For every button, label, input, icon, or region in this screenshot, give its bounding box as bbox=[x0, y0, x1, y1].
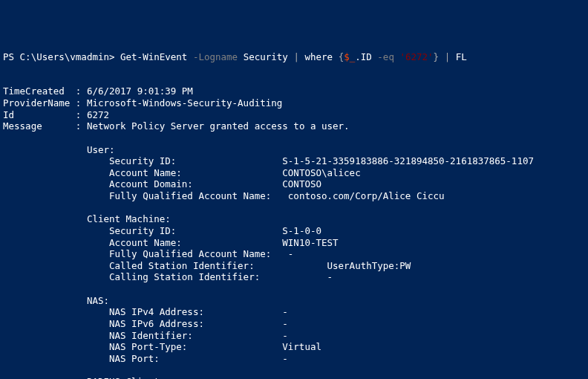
client-fqan-label: Fully Qualified Account Name: bbox=[109, 248, 271, 259]
nas-port-label: NAS Port: bbox=[109, 353, 160, 364]
nas-porttype-label: NAS Port-Type: bbox=[109, 341, 187, 352]
nas-id-label: NAS Identifier: bbox=[109, 330, 193, 341]
nas-port-value: - bbox=[282, 353, 288, 364]
user-acct-label: Account Name: bbox=[109, 167, 182, 178]
client-calling-value: - bbox=[327, 271, 333, 282]
label-id: Id : bbox=[3, 109, 87, 120]
nas-ipv4-row: NAS IPv4 Address: - bbox=[109, 306, 288, 317]
user-fqan-value: contoso.com/Corp/Alice Ciccu bbox=[288, 190, 445, 201]
user-fqan-label: Fully Qualified Account Name: bbox=[109, 190, 271, 201]
cmdlet-where: where bbox=[304, 51, 333, 62]
value-providername: Microsoft-Windows-Security-Auditing bbox=[87, 97, 282, 108]
section-radius-header: RADIUS Client: bbox=[87, 376, 165, 379]
header-row-providername: ProviderName : Microsoft-Windows-Securit… bbox=[3, 97, 282, 108]
client-acct-label: Account Name: bbox=[109, 237, 182, 248]
value-message: Network Policy Server granted access to … bbox=[87, 120, 350, 132]
header-row-timecreated: TimeCreated : 6/6/2017 9:01:39 PM bbox=[3, 85, 193, 97]
header-row-id: Id : 6272 bbox=[3, 109, 109, 120]
arg-security: Security bbox=[244, 51, 288, 62]
cmdlet-fl: FL bbox=[456, 51, 467, 62]
user-sid-row: Security ID: S-1-5-21-3359183886-3218948… bbox=[109, 155, 534, 166]
nas-id-value: - bbox=[282, 330, 288, 341]
section-user-header: User: bbox=[87, 144, 115, 155]
special-var: $_ bbox=[344, 51, 355, 62]
nas-port-row: NAS Port: - bbox=[109, 353, 288, 364]
pipe-2: | bbox=[445, 51, 451, 62]
user-acct-value: CONTOSO\alicec bbox=[282, 167, 360, 178]
user-sid-label: Security ID: bbox=[109, 155, 176, 166]
value-timecreated: 6/6/2017 9:01:39 PM bbox=[87, 85, 193, 97]
client-called-value: UserAuthType:PW bbox=[327, 260, 411, 271]
value-id: 6272 bbox=[87, 109, 109, 120]
section-client-header: Client Machine: bbox=[87, 213, 171, 224]
nas-ipv4-label: NAS IPv4 Address: bbox=[109, 306, 204, 317]
client-sid-row: Security ID: S-1-0-0 bbox=[109, 225, 321, 236]
client-sid-label: Security ID: bbox=[109, 225, 176, 236]
client-called-label: Called Station Identifier: bbox=[109, 260, 255, 271]
nas-id-row: NAS Identifier: - bbox=[109, 330, 288, 341]
param-logname: -Logname bbox=[193, 51, 238, 62]
prompt-prefix: PS C:\Users\vmadmin> bbox=[3, 51, 120, 62]
client-acct-value: WIN10-TEST bbox=[282, 237, 338, 248]
prop-id: .ID bbox=[355, 51, 377, 62]
cmdlet: Get-WinEvent bbox=[120, 51, 187, 62]
nas-porttype-value: Virtual bbox=[282, 341, 321, 352]
rbrace: } bbox=[434, 51, 440, 62]
user-domain-row: Account Domain: CONTOSO bbox=[109, 178, 321, 190]
section-nas-header: NAS: bbox=[87, 295, 109, 306]
header-row-message: Message : Network Policy Server granted … bbox=[3, 120, 350, 132]
client-acct-row: Account Name: WIN10-TEST bbox=[109, 237, 339, 248]
user-fqan-row: Fully Qualified Account Name: contoso.co… bbox=[109, 190, 445, 201]
label-providername: ProviderName : bbox=[3, 97, 87, 108]
nas-ipv4-value: - bbox=[282, 306, 288, 317]
label-timecreated: TimeCreated : bbox=[3, 85, 87, 97]
client-sid-value: S-1-0-0 bbox=[282, 225, 321, 236]
nas-porttype-row: NAS Port-Type: Virtual bbox=[109, 341, 321, 352]
label-message: Message : bbox=[3, 120, 87, 132]
user-sid-value: S-1-5-21-3359183886-321894850-2161837865… bbox=[282, 155, 534, 166]
nas-ipv6-value: - bbox=[282, 318, 288, 329]
event-id-literal: '6272' bbox=[394, 51, 434, 62]
user-domain-value: CONTOSO bbox=[282, 178, 321, 190]
ps-prompt[interactable]: PS C:\Users\vmadmin> Get-WinEvent -Logna… bbox=[3, 51, 467, 62]
nas-ipv6-row: NAS IPv6 Address: - bbox=[109, 318, 288, 329]
client-calling-row: Calling Station Identifier: - bbox=[109, 271, 333, 282]
user-acct-row: Account Name: CONTOSO\alicec bbox=[109, 167, 361, 178]
nas-ipv6-label: NAS IPv6 Address: bbox=[109, 318, 204, 329]
client-fqan-value: - bbox=[288, 248, 294, 259]
client-calling-label: Calling Station Identifier: bbox=[109, 271, 260, 282]
op-eq: -eq bbox=[377, 51, 394, 62]
client-fqan-row: Fully Qualified Account Name: - bbox=[109, 248, 293, 259]
client-called-row: Called Station Identifier: UserAuthType:… bbox=[109, 260, 411, 271]
user-domain-label: Account Domain: bbox=[109, 178, 193, 190]
pipe-1: | bbox=[293, 51, 299, 62]
